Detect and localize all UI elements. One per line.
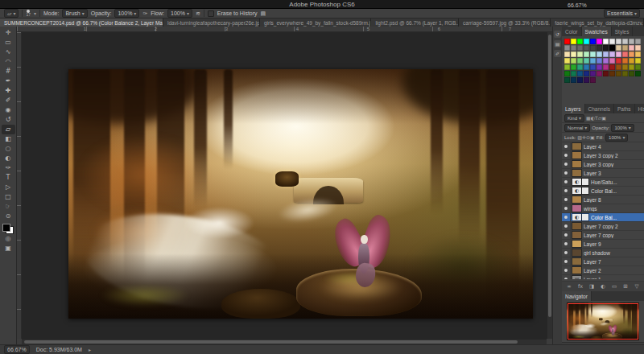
navigator-zoom-value[interactable]: 66.67% (568, 1, 587, 9)
color-swatch[interactable] (635, 51, 641, 57)
color-swatch[interactable] (564, 71, 570, 76)
color-swatch[interactable] (584, 45, 589, 51)
quick-selection-tool[interactable]: ◠ (2, 57, 15, 67)
pen-pressure-icon[interactable]: ✑ (142, 10, 147, 17)
color-swatch[interactable] (597, 64, 602, 70)
horizontal-scrollbar[interactable] (22, 339, 547, 344)
color-swatch[interactable] (584, 39, 589, 44)
color-swatch[interactable] (635, 58, 641, 64)
foreground-background-colors[interactable] (2, 224, 14, 234)
color-swatch[interactable] (590, 64, 596, 70)
erase-to-history-checkbox[interactable] (208, 10, 214, 17)
layer-row[interactable]: girl shadow (562, 249, 644, 257)
color-swatch[interactable] (571, 39, 576, 44)
visibility-eye-icon[interactable] (562, 178, 571, 186)
color-swatch[interactable] (616, 39, 621, 44)
color-swatch[interactable] (564, 51, 570, 57)
layer-effects-icon[interactable]: fx (577, 283, 584, 290)
clone-stamp-tool[interactable]: ◉ (2, 105, 15, 115)
color-swatch[interactable] (603, 71, 609, 76)
color-swatch[interactable] (590, 71, 596, 76)
brush-tool[interactable]: ✐ (2, 96, 15, 105)
tool-preset-picker[interactable]: ▱ ▾ (4, 9, 19, 18)
color-swatch[interactable] (609, 51, 615, 57)
gradient-tool[interactable]: ◧ (2, 134, 15, 144)
brush-panel-toggle-icon[interactable]: ▤ (261, 10, 266, 17)
layer-row[interactable]: Layer 4 (562, 142, 644, 151)
layer-thumbnail[interactable] (572, 161, 581, 167)
panel-tab[interactable]: Channels (585, 104, 614, 113)
visibility-eye-icon[interactable] (562, 196, 571, 204)
brush-panel-icon[interactable]: ✐ (554, 50, 561, 57)
layer-row[interactable]: Layer 3 (562, 169, 644, 178)
blur-tool[interactable]: ○ (2, 144, 15, 154)
color-swatch[interactable] (616, 45, 621, 51)
eyedropper-tool[interactable]: ✒ (2, 76, 15, 86)
lock-all-icon[interactable]: ▣ (590, 134, 595, 140)
color-swatch[interactable] (577, 71, 583, 76)
color-swatch[interactable] (597, 45, 602, 51)
layer-thumbnail[interactable] (572, 232, 581, 238)
layer-mask-thumbnail[interactable] (582, 179, 588, 185)
layer-thumbnail[interactable]: ▤ (572, 276, 581, 279)
crop-tool[interactable]: # (2, 67, 15, 76)
color-swatch[interactable] (635, 39, 641, 44)
layer-thumbnail[interactable]: ◐ (572, 214, 581, 220)
delete-layer-icon[interactable]: ▽ (634, 283, 640, 290)
filter-smart-objects-icon[interactable]: ▣ (601, 115, 606, 121)
color-swatch[interactable] (597, 39, 602, 44)
color-swatch[interactable] (590, 39, 596, 44)
panel-tab[interactable]: Paths (614, 104, 635, 113)
visibility-eye-icon[interactable] (562, 231, 571, 239)
visibility-eye-icon[interactable] (562, 266, 571, 274)
color-swatch[interactable] (622, 51, 628, 57)
new-group-icon[interactable]: ▭ (611, 283, 617, 290)
workspace-switcher[interactable]: Essentials ▾ (604, 9, 640, 18)
add-layer-mask-icon[interactable]: ◨ (588, 283, 595, 290)
visibility-eye-icon[interactable] (562, 160, 571, 168)
color-swatch[interactable] (584, 77, 589, 83)
color-swatch[interactable] (629, 51, 634, 57)
color-swatch[interactable] (629, 39, 634, 44)
layer-thumbnail[interactable] (572, 196, 581, 203)
horizontal-scrollbar-thumb[interactable] (24, 340, 518, 344)
visibility-eye-icon[interactable] (562, 169, 571, 177)
shape-tool[interactable]: □ (2, 192, 15, 202)
layer-thumbnail[interactable] (572, 241, 581, 247)
status-popup-arrow-icon[interactable]: ▸ (89, 347, 91, 352)
layer-row[interactable]: Layer 7 copy (562, 231, 644, 240)
color-swatch[interactable] (590, 58, 596, 64)
layer-row[interactable]: wings (562, 204, 644, 213)
document-tab[interactable]: light2.psd @ 66.7% (Layer 1, RGB... × (371, 19, 459, 27)
layer-thumbnail[interactable]: ◐ (572, 187, 581, 194)
color-swatch[interactable] (597, 51, 602, 57)
document-tab[interactable]: girls_everywhere_49_by_falln_stock-d589r… (260, 19, 372, 27)
color-swatch[interactable] (584, 51, 589, 57)
color-swatch[interactable] (597, 71, 602, 76)
properties-panel-icon[interactable]: ▤ (554, 40, 561, 47)
color-swatch[interactable] (603, 58, 609, 64)
layer-thumbnail[interactable] (572, 249, 581, 256)
layer-row[interactable]: Layer 2 (562, 266, 644, 275)
eraser-tool[interactable]: ▱ (2, 125, 15, 134)
horizontal-ruler[interactable]: 1234567 (17, 27, 552, 32)
healing-brush-tool[interactable]: ✚ (2, 86, 15, 96)
color-swatch[interactable] (577, 58, 583, 64)
color-swatch[interactable] (616, 64, 621, 70)
color-swatch[interactable] (635, 71, 641, 76)
color-swatch[interactable] (584, 64, 589, 70)
layer-thumbnail[interactable] (572, 143, 581, 150)
color-swatch[interactable] (603, 51, 609, 57)
color-swatch[interactable] (590, 77, 596, 83)
layer-thumbnail[interactable] (572, 223, 581, 229)
color-swatch[interactable] (564, 64, 570, 70)
document-tab[interactable]: ldavi-turningleafapothecary-paper26e.jpg… (163, 19, 260, 27)
layer-thumbnail[interactable]: ◐ (572, 179, 581, 185)
color-swatch[interactable] (590, 45, 596, 51)
color-swatch[interactable] (629, 58, 634, 64)
layer-mask-thumbnail[interactable] (582, 214, 588, 220)
color-swatch[interactable] (622, 64, 628, 70)
color-swatch[interactable] (564, 45, 570, 51)
visibility-eye-icon[interactable] (562, 275, 571, 279)
visibility-eye-icon[interactable] (562, 249, 571, 257)
